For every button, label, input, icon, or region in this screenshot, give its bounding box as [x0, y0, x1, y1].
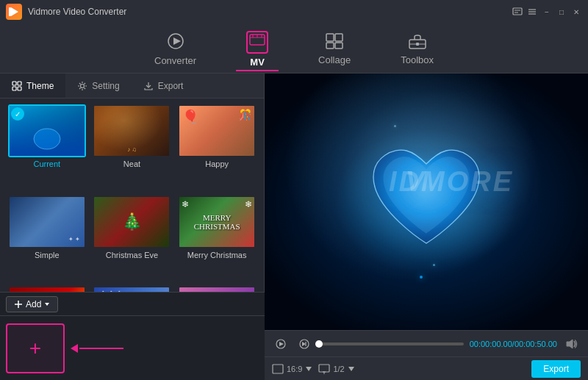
preview-bg: IDMORE V — [265, 74, 588, 330]
maximize-button[interactable]: □ — [556, 6, 567, 18]
media-section: Add + — [0, 292, 265, 380]
player-bottom-bar: 16:9 1/2 Export — [265, 356, 588, 380]
titlebar: Vidmore Video Converter − □ ✕ — [0, 0, 588, 24]
menu-button[interactable] — [526, 6, 538, 18]
main-content: Theme Setting Export — [0, 74, 588, 380]
volume-button[interactable] — [563, 335, 581, 353]
theme-christmas-eve-label: Christmas Eve — [106, 251, 159, 259]
nav-toolbox[interactable]: Toolbox — [390, 29, 444, 68]
selected-check-current: ✓ — [11, 107, 24, 121]
arrow-indicator — [71, 344, 123, 353]
svg-rect-15 — [326, 34, 334, 41]
converter-label: Converter — [154, 55, 196, 66]
svg-point-28 — [34, 129, 60, 149]
preview-area: IDMORE V — [265, 74, 588, 330]
svg-marker-40 — [348, 367, 354, 371]
svg-rect-24 — [12, 87, 16, 90]
tab-theme[interactable]: Theme — [0, 74, 65, 98]
theme-merry-label: Merry Christmas — [187, 251, 247, 259]
svg-marker-33 — [302, 342, 306, 346]
arrow-head — [71, 344, 78, 353]
tab-export[interactable]: Export — [132, 74, 196, 98]
toolbox-icon — [409, 33, 426, 51]
svg-point-26 — [81, 84, 85, 87]
nav-converter[interactable]: Converter — [144, 28, 207, 69]
titlebar-controls: − □ ✕ — [512, 6, 582, 18]
svg-rect-2 — [513, 8, 522, 15]
top-nav: Converter MV Collage — [0, 24, 588, 74]
plus-icon: + — [29, 337, 41, 360]
svg-rect-1 — [9, 7, 11, 16]
add-toolbar: Add — [0, 293, 265, 316]
svg-rect-37 — [319, 365, 329, 372]
monitor-selector[interactable]: 1/2 — [318, 364, 354, 374]
media-add-placeholder[interactable]: + — [6, 323, 65, 373]
svg-rect-22 — [12, 82, 16, 85]
player-controls: 00:00:00.00/00:00:50.00 — [265, 330, 588, 356]
sub-tabs: Theme Setting Export — [0, 74, 264, 98]
message-button[interactable] — [512, 6, 523, 18]
svg-rect-18 — [335, 43, 343, 49]
tab-theme-label: Theme — [26, 81, 54, 91]
titlebar-left: Vidmore Video Converter — [6, 4, 126, 20]
svg-rect-21 — [416, 43, 419, 46]
collage-icon — [326, 33, 343, 51]
mv-label: MV — [250, 57, 265, 68]
preview-image: IDMORE V — [265, 74, 588, 330]
arrow-line — [79, 348, 123, 349]
collage-label: Collage — [318, 54, 351, 65]
theme-neat[interactable]: ♪ ♫ Neat — [91, 104, 173, 193]
theme-christmas-eve[interactable]: 🎄 Christmas Eve — [91, 196, 173, 284]
svg-marker-9 — [173, 37, 181, 45]
theme-neat-label: Neat — [123, 159, 140, 168]
svg-marker-43 — [45, 303, 49, 306]
theme-merry-christmas[interactable]: MERRYCHRISTMAS ❄ ❄ Merry Christmas — [176, 196, 258, 284]
close-button[interactable]: ✕ — [570, 6, 582, 18]
progress-dot — [315, 340, 323, 348]
tab-setting[interactable]: Setting — [65, 74, 131, 98]
mv-icon-wrap — [246, 31, 268, 54]
nav-mv[interactable]: MV — [236, 26, 279, 71]
add-label: Add — [26, 299, 41, 309]
toolbox-label: Toolbox — [401, 54, 434, 65]
skip-button[interactable] — [295, 335, 313, 353]
ratio-selector[interactable]: 16:9 — [272, 364, 312, 374]
svg-rect-25 — [18, 87, 21, 90]
theme-current-label: Current — [33, 159, 60, 168]
tab-setting-label: Setting — [92, 81, 119, 91]
app-logo — [6, 4, 22, 20]
converter-icon — [167, 32, 184, 52]
time-display: 00:00:00.00/00:00:50.00 — [470, 340, 557, 348]
theme-simple[interactable]: ✦ ✦ Simple — [6, 196, 88, 284]
theme-current[interactable]: ✓ Current — [6, 104, 88, 193]
svg-marker-0 — [11, 7, 18, 16]
media-strip: + — [0, 316, 265, 380]
svg-rect-17 — [326, 43, 334, 49]
svg-marker-30 — [279, 342, 284, 346]
tab-export-label: Export — [158, 81, 184, 91]
svg-rect-23 — [18, 82, 21, 85]
theme-happy-label: Happy — [205, 159, 229, 168]
ratio-value: 16:9 — [287, 365, 302, 373]
svg-marker-34 — [567, 340, 573, 348]
app-title: Vidmore Video Converter — [28, 7, 126, 17]
nav-collage[interactable]: Collage — [308, 29, 361, 68]
right-panel: IDMORE V — [265, 74, 588, 380]
minimize-button[interactable]: − — [541, 6, 553, 18]
monitor-value: 1/2 — [333, 365, 344, 373]
export-button[interactable]: Export — [531, 360, 581, 378]
progress-bar[interactable] — [319, 343, 464, 345]
theme-happy[interactable]: 🎈 🎊 Happy — [176, 104, 258, 193]
svg-marker-36 — [306, 367, 312, 371]
svg-rect-35 — [273, 365, 283, 373]
theme-simple-label: Simple — [35, 251, 60, 259]
svg-rect-16 — [335, 34, 343, 41]
add-button[interactable]: Add — [6, 296, 58, 312]
play-button[interactable] — [272, 335, 290, 353]
